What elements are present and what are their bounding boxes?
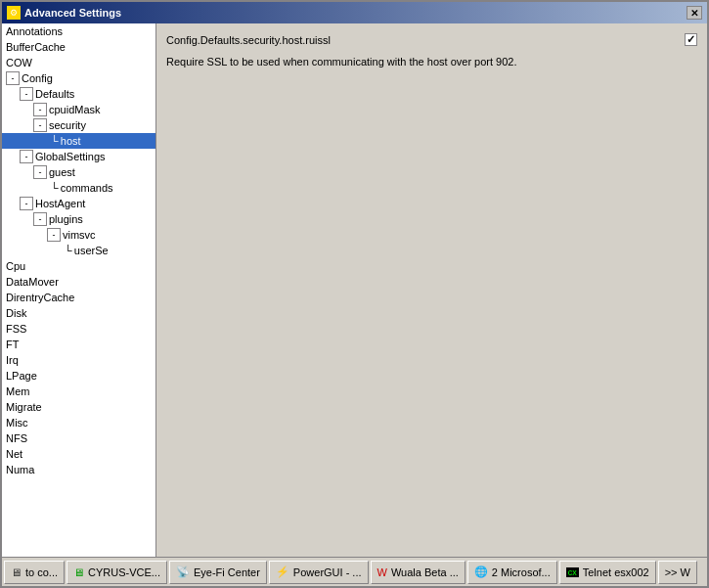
tree-item-cpuidmask[interactable]: - cpuidMask <box>2 102 155 117</box>
window-title: Advanced Settings <box>24 7 121 19</box>
taskbar-btn-more[interactable]: >> W <box>658 561 697 584</box>
taskbar-icon-to: 🖥 <box>11 566 22 578</box>
tree-item-cow[interactable]: COW <box>2 55 155 70</box>
taskbar-btn-telnet[interactable]: cx Telnet esx002 <box>559 561 656 584</box>
tree-item-defaults[interactable]: - Defaults <box>2 86 155 102</box>
taskbar-icon-microsoft: 🌐 <box>474 565 488 578</box>
tree-item-hostagent[interactable]: - HostAgent <box>2 196 155 211</box>
setting-description: Require SSL to be used when communicatin… <box>166 56 517 68</box>
setting-checkbox[interactable] <box>685 33 697 46</box>
setting-description-row: Require SSL to be used when communicatin… <box>166 56 697 68</box>
expand-security[interactable]: - <box>33 118 47 132</box>
setting-path-row: Config.Defaults.security.host.ruissl <box>166 33 697 46</box>
tree-item-irq[interactable]: Irq <box>2 352 155 368</box>
tree-item-userservice[interactable]: └ userSe <box>2 243 155 258</box>
advanced-settings-window: ⚙ Advanced Settings ✕ Annotations Buffer… <box>0 0 709 588</box>
tree-item-vimsvc[interactable]: - vimsvc <box>2 227 155 243</box>
tree-item-disk[interactable]: Disk <box>2 305 155 321</box>
expand-plugins[interactable]: - <box>33 212 47 226</box>
tree-item-mem[interactable]: Mem <box>2 384 155 399</box>
taskbar: 🖥 to co... 🖥 CYRUS-VCE... 📡 Eye-Fi Cente… <box>2 557 707 586</box>
tree-scroll[interactable]: Annotations BufferCache COW - Config <box>2 23 155 557</box>
connector-commands: └ <box>51 182 59 194</box>
main-content: Annotations BufferCache COW - Config <box>2 23 707 557</box>
expand-defaults[interactable]: - <box>20 87 33 101</box>
taskbar-btn-to[interactable]: 🖥 to co... <box>4 561 65 584</box>
expand-config[interactable]: - <box>6 71 20 85</box>
tree-item-globalsettings[interactable]: - GlobalSettings <box>2 149 155 164</box>
tree-item-host[interactable]: └ host <box>2 133 155 149</box>
tree-item-security[interactable]: - security <box>2 117 155 133</box>
setting-path-label: Config.Defaults.security.host.ruissl <box>166 34 331 46</box>
tree-item-cpu[interactable]: Cpu <box>2 258 155 274</box>
taskbar-btn-cyrus[interactable]: 🖥 CYRUS-VCE... <box>66 561 167 584</box>
expand-hostagent[interactable]: - <box>20 197 33 210</box>
taskbar-icon-telnet: cx <box>566 567 579 577</box>
tree-item-buffercache[interactable]: BufferCache <box>2 39 155 55</box>
taskbar-btn-microsoft[interactable]: 🌐 2 Microsof... <box>467 561 557 584</box>
window-icon: ⚙ <box>7 6 21 20</box>
tree-item-guest[interactable]: - guest <box>2 164 155 180</box>
expand-vimsvc[interactable]: - <box>47 228 61 242</box>
title-bar-left: ⚙ Advanced Settings <box>7 6 121 20</box>
left-panel: Annotations BufferCache COW - Config <box>2 23 156 557</box>
expand-guest[interactable]: - <box>33 165 47 179</box>
connector-host: └ <box>51 135 59 147</box>
tree-item-config[interactable]: - Config <box>2 70 155 86</box>
taskbar-btn-powergui[interactable]: ⚡ PowerGUI - ... <box>269 561 369 584</box>
connector-userservice: └ <box>65 245 72 256</box>
taskbar-icon-cyrus: 🖥 <box>73 566 84 578</box>
taskbar-icon-wuala: W <box>377 566 387 578</box>
close-button[interactable]: ✕ <box>687 6 702 20</box>
tree-item-misc[interactable]: Misc <box>2 415 155 430</box>
tree-item-annotations[interactable]: Annotations <box>2 23 155 39</box>
tree-item-lpage[interactable]: LPage <box>2 368 155 384</box>
right-panel: Config.Defaults.security.host.ruissl Req… <box>156 23 707 557</box>
taskbar-btn-wuala[interactable]: W Wuala Beta ... <box>371 561 465 584</box>
tree-item-ft[interactable]: FT <box>2 337 155 352</box>
tree-item-net[interactable]: Net <box>2 446 155 462</box>
title-bar: ⚙ Advanced Settings ✕ <box>2 2 707 23</box>
tree-item-direntrycache[interactable]: DirentryCache <box>2 290 155 305</box>
expand-cpuidmask[interactable]: - <box>33 103 47 116</box>
tree-item-datamover[interactable]: DataMover <box>2 274 155 290</box>
tree-item-plugins[interactable]: - plugins <box>2 211 155 227</box>
taskbar-icon-powergui: ⚡ <box>276 565 289 578</box>
taskbar-icon-eyefi: 📡 <box>176 565 190 578</box>
tree-item-numa[interactable]: Numa <box>2 462 155 477</box>
tree-item-migrate[interactable]: Migrate <box>2 399 155 415</box>
tree-item-commands[interactable]: └ commands <box>2 180 155 196</box>
tree-item-fss[interactable]: FSS <box>2 321 155 337</box>
expand-globalsettings[interactable]: - <box>20 150 33 163</box>
taskbar-btn-eyefi[interactable]: 📡 Eye-Fi Center <box>169 561 267 584</box>
tree-item-nfs[interactable]: NFS <box>2 430 155 446</box>
